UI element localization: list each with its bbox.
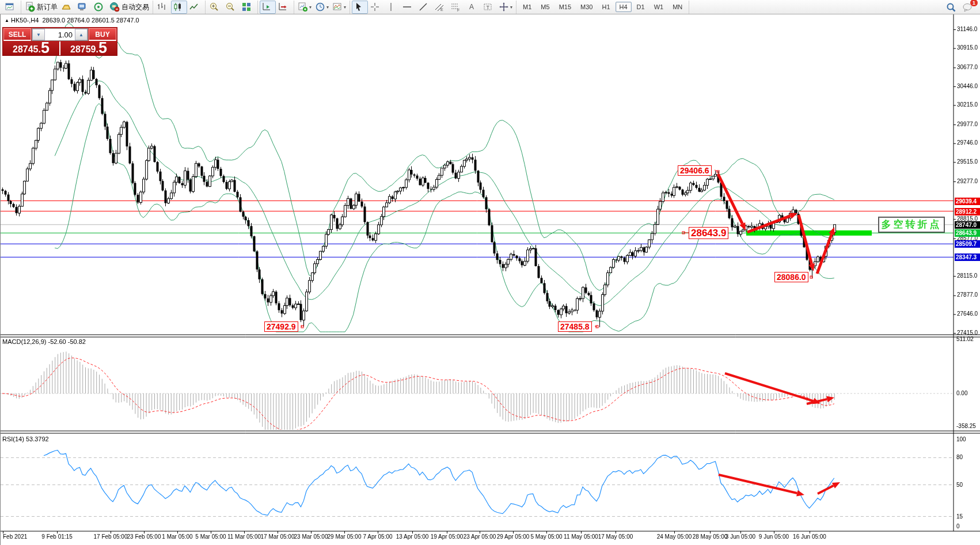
zoom-out-button[interactable] bbox=[223, 1, 240, 14]
tile-icon bbox=[241, 2, 252, 12]
gold-button[interactable] bbox=[59, 1, 75, 14]
textA-icon: A bbox=[466, 2, 477, 12]
timeframe-m5[interactable]: M5 bbox=[537, 2, 553, 12]
hline-icon bbox=[402, 2, 412, 12]
timeframe-w1[interactable]: W1 bbox=[650, 2, 668, 12]
candles-icon bbox=[173, 2, 183, 12]
time-label: 29 Mar 05:00 bbox=[328, 533, 362, 540]
zoomout-icon bbox=[225, 2, 235, 12]
timeframe-h4[interactable]: H4 bbox=[616, 2, 632, 12]
autotrading-button[interactable]: 自动交易 bbox=[108, 1, 151, 14]
price-annotation-27485.8[interactable]: 27485.8 bbox=[558, 321, 592, 332]
fibo-icon: F bbox=[450, 2, 461, 12]
collapse-triangle-icon[interactable]: ▲ bbox=[5, 18, 9, 23]
text-label-button[interactable]: T bbox=[481, 1, 497, 14]
signals-button[interactable] bbox=[92, 1, 108, 14]
dropdown-arrow-icon[interactable]: ▾ bbox=[326, 5, 329, 10]
timeframe-m1[interactable]: M1 bbox=[519, 2, 535, 12]
time-label: 24 May 05:00 bbox=[657, 533, 692, 540]
time-label: 13 Apr 05:00 bbox=[396, 533, 429, 540]
vline-icon bbox=[386, 2, 396, 12]
channel-icon: E bbox=[434, 2, 445, 12]
horizontal-line-button[interactable] bbox=[400, 1, 416, 14]
tile-windows-button[interactable] bbox=[240, 1, 256, 14]
template-icon bbox=[332, 2, 343, 12]
toolbar-group bbox=[1, 1, 21, 14]
rsi-indicator-label: RSI(14) 53.3792 bbox=[2, 436, 49, 442]
time-label: 23 Apr 05:00 bbox=[464, 533, 496, 540]
time-label: Feb 2021 bbox=[3, 533, 27, 540]
fibonacci-button[interactable]: F bbox=[449, 1, 465, 14]
time-label: 23 Feb 05:00 bbox=[127, 533, 161, 540]
auto-scroll-button[interactable] bbox=[276, 1, 292, 14]
crosshair-button[interactable] bbox=[368, 1, 384, 14]
timeframe-toolbar: M1M5M15M30H1H4D1W1MN bbox=[516, 1, 689, 14]
macd-scale-0.00: 0.00 bbox=[956, 390, 967, 396]
zoom-in-button[interactable] bbox=[207, 1, 223, 14]
axis-price-label-28509.7: 28509.7 bbox=[955, 240, 980, 248]
axis-price-label-29039.4: 29039.4 bbox=[955, 198, 980, 205]
timeframe-d1[interactable]: D1 bbox=[633, 2, 649, 12]
line-chart-button[interactable] bbox=[187, 1, 203, 14]
time-label: 19 Apr 05:00 bbox=[431, 533, 464, 540]
volume-value[interactable]: 1.00 bbox=[45, 29, 75, 40]
timeframe-mn[interactable]: MN bbox=[668, 2, 686, 12]
bar-chart-button[interactable] bbox=[155, 1, 171, 14]
price-annotation-28086.0[interactable]: 28086.0 bbox=[774, 272, 808, 282]
toolbar-group: 新订单自动交易 bbox=[21, 1, 153, 14]
candlestick-chart-button[interactable] bbox=[171, 1, 187, 14]
volume-stepper: ▼ 1.00 ▲ bbox=[32, 28, 88, 41]
equidistant-channel-button[interactable]: E bbox=[432, 1, 449, 14]
symbol-period: HK50-,H4 bbox=[11, 17, 39, 24]
search-button[interactable] bbox=[944, 1, 960, 14]
time-label: 17 May 05:00 bbox=[598, 533, 633, 540]
toolbar-right: 1 bbox=[944, 1, 977, 14]
notifications-button[interactable]: 1 bbox=[960, 1, 977, 14]
chart-shift-button[interactable] bbox=[260, 1, 276, 14]
time-label: 9 Jun 05:00 bbox=[759, 533, 789, 540]
new-order-button[interactable]: 新订单 bbox=[23, 1, 59, 14]
cursor-button[interactable] bbox=[352, 1, 368, 14]
chartshift-icon bbox=[261, 2, 272, 12]
time-label: 11 Mar 05:00 bbox=[227, 533, 261, 540]
volume-increase-button[interactable]: ▲ bbox=[75, 29, 88, 40]
time-label: 17 Feb 05:00 bbox=[94, 533, 128, 540]
buy-price[interactable]: 28759.5 bbox=[60, 41, 117, 55]
timeframe-m30[interactable]: M30 bbox=[576, 2, 597, 12]
label-icon: T bbox=[483, 2, 493, 12]
terminal-button[interactable] bbox=[75, 1, 92, 14]
price-annotation-27492.9[interactable]: 27492.9 bbox=[264, 321, 298, 332]
svg-text:E: E bbox=[440, 7, 443, 12]
arrows-button[interactable]: ▾ bbox=[497, 1, 514, 14]
vertical-line-button[interactable] bbox=[384, 1, 400, 14]
time-label: 11 May 05:00 bbox=[564, 533, 598, 540]
price-annotation-28643.9[interactable]: 28643.9 bbox=[689, 227, 728, 239]
chart-window-icon[interactable] bbox=[3, 1, 19, 14]
dropdown-arrow-icon[interactable]: ▾ bbox=[510, 5, 512, 10]
crosshair-icon bbox=[370, 2, 380, 12]
chart-canvas[interactable] bbox=[1, 14, 980, 545]
time-label: 16 Jun 05:00 bbox=[793, 533, 826, 540]
new-order-icon bbox=[25, 2, 35, 12]
volume-decrease-button[interactable]: ▼ bbox=[32, 29, 45, 40]
sell-price[interactable]: 28745.5 bbox=[3, 41, 59, 55]
macd-scale--358.25: -358.25 bbox=[956, 423, 976, 429]
callout-label[interactable]: 多空转折点 bbox=[878, 217, 945, 233]
text-button[interactable]: A bbox=[465, 1, 481, 14]
sell-button[interactable]: SELL bbox=[3, 28, 31, 41]
new-order-button-label: 新订单 bbox=[37, 2, 58, 12]
chartwin-icon bbox=[5, 2, 15, 12]
timeframe-m15[interactable]: M15 bbox=[555, 2, 575, 12]
templates-button[interactable]: ▾ bbox=[331, 1, 348, 14]
toolbar-group: ▾▾▾ bbox=[294, 1, 350, 14]
periods-button[interactable]: ▾ bbox=[313, 1, 331, 14]
timeframe-h1[interactable]: H1 bbox=[598, 2, 614, 12]
trendline-button[interactable] bbox=[416, 1, 432, 14]
dropdown-arrow-icon[interactable]: ▾ bbox=[344, 5, 346, 10]
toolbar-group bbox=[153, 1, 206, 14]
one-click-trading-panel: SELL ▼ 1.00 ▲ BUY 28745.5 28759.5 bbox=[2, 27, 117, 56]
dropdown-arrow-icon[interactable]: ▾ bbox=[309, 5, 312, 10]
svg-text:F: F bbox=[457, 8, 459, 12]
new-chart-button[interactable]: ▾ bbox=[296, 1, 313, 14]
price-annotation-29406.6[interactable]: 29406.6 bbox=[678, 165, 712, 176]
